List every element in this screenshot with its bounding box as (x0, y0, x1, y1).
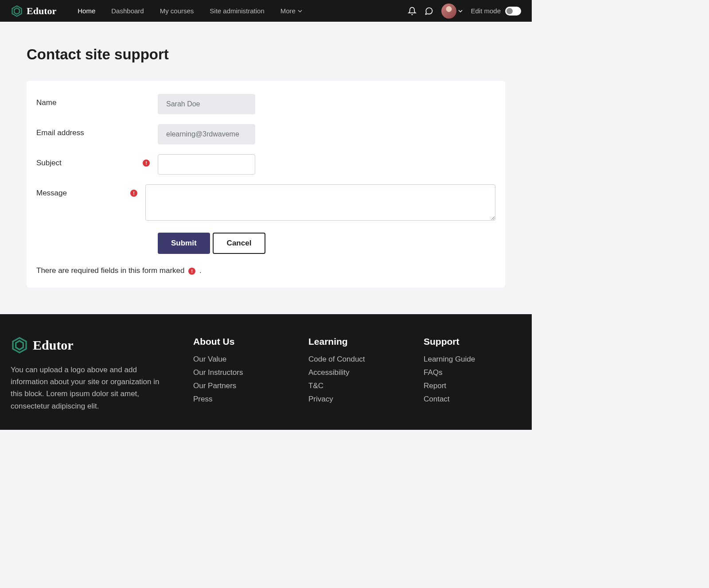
footer-description: You can upload a logo above and add info… (11, 364, 170, 412)
subject-field[interactable] (158, 154, 255, 175)
footer-brand[interactable]: Edutor (11, 336, 175, 354)
chevron-down-icon (458, 7, 463, 16)
nav-item-home[interactable]: Home (70, 0, 103, 22)
footer-link[interactable]: Press (193, 395, 291, 404)
form-row-subject: Subject ! (36, 154, 495, 175)
required-note-prefix: There are required fields in this form m… (36, 266, 184, 275)
nav-item-dashboard[interactable]: Dashboard (103, 0, 152, 22)
footer-inner: Edutor You can upload a logo above and a… (11, 336, 521, 412)
footer-link[interactable]: Accessibility (308, 368, 406, 377)
brand-name: Edutor (27, 5, 56, 17)
user-menu[interactable] (441, 4, 463, 19)
form-row-email: Email address (36, 124, 495, 144)
footer-col-support: Support Learning Guide FAQs Report Conta… (424, 336, 521, 412)
form-row-name: Name (36, 94, 495, 114)
required-note: There are required fields in this form m… (36, 266, 495, 275)
footer-link[interactable]: Privacy (308, 395, 406, 404)
nav-item-label: Dashboard (111, 0, 144, 22)
footer-link[interactable]: FAQs (424, 368, 521, 377)
form-input-col (145, 184, 495, 223)
email-field (158, 124, 255, 144)
form-input-col (158, 124, 495, 144)
avatar (441, 4, 456, 19)
nav-item-label: My courses (160, 0, 194, 22)
form-input-col (158, 154, 495, 175)
required-icon: ! (188, 268, 195, 275)
message-label: Message (36, 189, 130, 198)
footer-link[interactable]: Our Value (193, 355, 291, 364)
nav-item-label: Site administration (210, 0, 264, 22)
svg-marker-3 (16, 341, 23, 350)
footer-link[interactable]: Code of Conduct (308, 355, 406, 364)
footer-link[interactable]: Our Partners (193, 382, 291, 390)
nav-item-site-administration[interactable]: Site administration (202, 0, 272, 22)
form-label-col: Name (36, 94, 158, 107)
footer-link[interactable]: T&C (308, 382, 406, 390)
nav-links: Home Dashboard My courses Site administr… (70, 0, 310, 22)
form-card: Name Email address Subject ! (27, 81, 505, 288)
footer-heading: About Us (193, 336, 291, 347)
nav-right: Edit mode (408, 4, 521, 19)
footer-link[interactable]: Our Instructors (193, 368, 291, 377)
edit-mode-control: Edit mode (471, 7, 521, 16)
subject-label: Subject (36, 159, 143, 167)
form-row-message: Message ! (36, 184, 495, 223)
footer-heading: Support (424, 336, 521, 347)
page-title: Contact site support (27, 46, 505, 63)
form-actions: Submit Cancel (158, 233, 495, 254)
nav-item-label: Home (78, 0, 95, 22)
name-label: Name (36, 98, 158, 107)
brand-logo-icon (11, 5, 23, 17)
footer-col-learning: Learning Code of Conduct Accessibility T… (308, 336, 406, 412)
email-label: Email address (36, 129, 158, 137)
footer-heading: Learning (308, 336, 406, 347)
bell-icon[interactable] (408, 7, 417, 16)
edit-mode-label: Edit mode (471, 7, 501, 15)
nav-item-label: More (280, 0, 296, 22)
svg-marker-1 (14, 8, 19, 14)
required-note-suffix: . (199, 266, 202, 275)
submit-button[interactable]: Submit (158, 233, 210, 254)
chat-icon[interactable] (425, 7, 433, 16)
chevron-down-icon (298, 0, 302, 22)
brand-logo-icon (11, 336, 28, 354)
name-field (158, 94, 255, 114)
footer-link[interactable]: Report (424, 382, 521, 390)
nav-item-more[interactable]: More (273, 0, 310, 22)
cancel-button[interactable]: Cancel (213, 233, 266, 254)
navbar: Edutor Home Dashboard My courses Site ad… (0, 0, 532, 22)
form-label-col: Subject ! (36, 154, 158, 167)
footer-brand-column: Edutor You can upload a logo above and a… (11, 336, 175, 412)
footer-link[interactable]: Learning Guide (424, 355, 521, 364)
page-container: Contact site support Name Email address … (0, 22, 532, 314)
message-field[interactable] (145, 184, 495, 221)
required-icon: ! (130, 190, 137, 197)
nav-item-my-courses[interactable]: My courses (152, 0, 202, 22)
required-icon: ! (143, 160, 150, 167)
edit-mode-toggle[interactable] (505, 7, 521, 16)
form-label-col: Email address (36, 124, 158, 137)
footer-brand-name: Edutor (33, 338, 74, 353)
form-input-col (158, 94, 495, 114)
form-label-col: Message ! (36, 184, 145, 198)
footer-col-about: About Us Our Value Our Instructors Our P… (193, 336, 291, 412)
brand[interactable]: Edutor (11, 5, 56, 17)
footer-link[interactable]: Contact (424, 395, 521, 404)
footer: Edutor You can upload a logo above and a… (0, 314, 532, 430)
